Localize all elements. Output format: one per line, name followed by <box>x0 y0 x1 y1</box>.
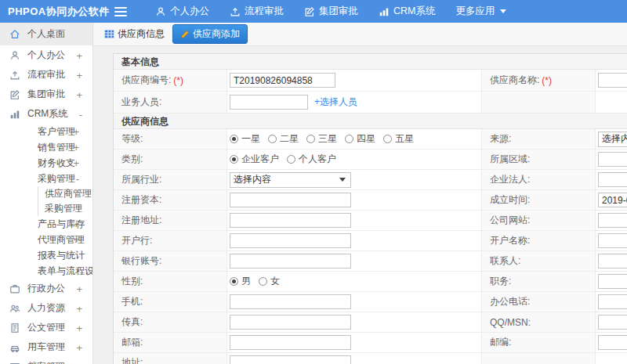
collapse-icon[interactable]: - <box>79 109 82 119</box>
radio-option[interactable]: 企业客户 <box>230 153 279 166</box>
expand-icon[interactable]: + <box>76 303 82 313</box>
sidebar-item[interactable]: 代理商管理+ <box>0 232 92 247</box>
topnav-item[interactable]: 集团审批 <box>304 5 358 18</box>
collapse-icon[interactable]: - <box>76 174 79 184</box>
choose-person-link[interactable]: +选择人员 <box>314 96 357 109</box>
expand-icon[interactable]: + <box>73 127 79 137</box>
upload-icon <box>230 6 241 17</box>
sidebar-item[interactable]: 财务收支+ <box>0 155 92 171</box>
sidebar-item[interactable]: 客户管理+ <box>0 124 92 139</box>
sidebar-item[interactable]: 个人桌面 <box>0 23 92 45</box>
radio-option[interactable]: 个人客户 <box>287 153 336 166</box>
radio-option[interactable]: 四星 <box>345 132 375 146</box>
topnav-item-label: CRM系统 <box>393 5 435 18</box>
expand-icon[interactable]: + <box>76 70 82 80</box>
text-input[interactable] <box>230 233 351 248</box>
topnav-item[interactable]: 流程审批 <box>230 5 284 18</box>
text-input[interactable] <box>598 315 627 330</box>
sidebar-item[interactable]: 行政办公+ <box>0 279 92 298</box>
topnav-item[interactable]: CRM系统 <box>379 5 435 18</box>
caret-down-icon <box>500 9 506 13</box>
radio-option[interactable]: 二星 <box>268 132 299 146</box>
sidebar-item[interactable]: 采购管理- <box>0 171 92 186</box>
field-value <box>227 353 482 364</box>
text-input[interactable] <box>598 152 627 167</box>
radio-unchecked-icon[interactable] <box>383 135 392 143</box>
expand-icon[interactable]: + <box>76 342 82 352</box>
expand-icon[interactable]: + <box>76 283 82 294</box>
sidebar-item[interactable]: 个人办公+ <box>0 45 92 65</box>
text-input[interactable] <box>230 254 351 268</box>
section-header: 基本信息 <box>114 54 627 70</box>
sidebar-item[interactable]: 集团审批+ <box>0 85 92 104</box>
radio-option[interactable]: 五星 <box>383 132 414 146</box>
expand-icon[interactable]: + <box>73 219 79 229</box>
text-input[interactable] <box>230 95 308 110</box>
expand-icon[interactable]: + <box>73 235 79 245</box>
radio-option[interactable]: 三星 <box>306 132 337 146</box>
tab-active[interactable]: 供应商添加 <box>172 24 248 44</box>
radio-option[interactable]: 女 <box>259 275 280 288</box>
radio-unchecked-icon[interactable] <box>287 155 295 164</box>
expand-icon[interactable]: + <box>76 50 82 60</box>
expand-icon[interactable]: + <box>76 89 82 99</box>
text-input[interactable] <box>230 213 351 228</box>
radio-unchecked-icon[interactable] <box>345 135 353 143</box>
sidebar-item[interactable]: CRM系统- <box>0 104 92 124</box>
sidebar-item[interactable]: 流程审批+ <box>0 65 92 85</box>
select-dropdown[interactable]: 选择内容 <box>230 172 351 188</box>
sidebar-item[interactable]: 档案管理+ <box>0 357 92 364</box>
field-label: 成立时间: <box>482 190 596 210</box>
text-input[interactable] <box>598 274 627 289</box>
text-input[interactable] <box>598 335 627 350</box>
expand-icon[interactable]: + <box>76 323 82 333</box>
radio-unchecked-icon[interactable] <box>306 135 315 143</box>
radio-option[interactable]: 男 <box>230 275 251 288</box>
tab-inactive[interactable]: 供应商信息 <box>104 27 165 41</box>
field-value: 选择内容 <box>227 170 482 189</box>
select-dropdown[interactable]: 选择内容 <box>598 132 627 147</box>
radio-unchecked-icon[interactable] <box>268 135 277 143</box>
radio-checked-icon[interactable] <box>230 135 238 143</box>
sidebar-item[interactable]: 用车管理+ <box>0 337 92 357</box>
sidebar-item[interactable]: 产品与库存+ <box>0 216 92 232</box>
form-row: 业务人员:+选择人员 <box>114 92 627 114</box>
sidebar-item-label: 财务收支 <box>38 157 75 170</box>
sidebar-item[interactable]: 报表与统计 <box>0 247 92 263</box>
text-input[interactable] <box>230 355 351 364</box>
text-input[interactable] <box>598 294 627 309</box>
hamburger-menu-icon[interactable] <box>114 5 130 18</box>
text-input[interactable] <box>230 335 351 350</box>
sidebar-item-label: 公文管理 <box>27 321 65 334</box>
expand-icon[interactable]: + <box>73 142 79 153</box>
text-input[interactable] <box>230 294 351 309</box>
form-section: 基本信息供应商编号:(*)供应商名称:(*)业务人员:+选择人员 <box>114 54 627 114</box>
text-input[interactable] <box>598 254 627 268</box>
sidebar-item[interactable]: 供应商管理 <box>38 186 92 201</box>
radio-unchecked-icon[interactable] <box>259 277 267 286</box>
sidebar-item[interactable]: 公文管理+ <box>0 318 92 337</box>
home-icon <box>9 28 21 40</box>
text-input[interactable] <box>598 233 627 248</box>
radio-option[interactable]: 一星 <box>230 132 260 146</box>
topnav-item[interactable]: 更多应用 <box>455 5 506 18</box>
expand-icon[interactable]: + <box>73 158 79 168</box>
sidebar-item[interactable]: 销售管理+ <box>0 139 92 155</box>
text-input[interactable] <box>230 193 351 207</box>
sidebar-item[interactable]: 采购管理 <box>38 201 92 216</box>
sidebar-item[interactable]: 人力资源+ <box>0 298 92 318</box>
text-input[interactable] <box>230 315 351 330</box>
text-input[interactable] <box>598 193 627 207</box>
radio-label: 二星 <box>280 132 299 146</box>
topnav-item[interactable]: 个人办公 <box>155 5 209 18</box>
text-input[interactable] <box>598 172 627 187</box>
radio-checked-icon[interactable] <box>230 277 238 286</box>
text-input[interactable] <box>598 73 627 88</box>
text-input[interactable] <box>230 73 335 88</box>
sidebar-item[interactable]: 表单与流程设置+ <box>0 263 92 279</box>
field-value <box>596 333 627 352</box>
text-input[interactable] <box>598 213 627 228</box>
field-value <box>596 211 627 230</box>
radio-checked-icon[interactable] <box>230 155 238 164</box>
field-label: 邮编: <box>482 333 596 352</box>
